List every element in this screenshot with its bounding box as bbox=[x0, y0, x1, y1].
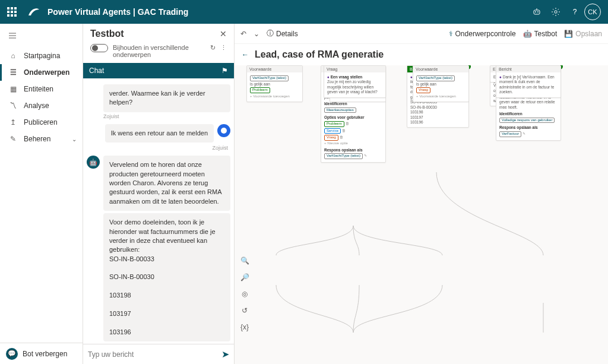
testbot-button[interactable]: 🤖Testbot bbox=[523, 30, 558, 38]
back-icon[interactable]: ← bbox=[242, 50, 249, 59]
nav-label: Onderwerpen bbox=[24, 68, 69, 77]
nav-entiteiten[interactable]: ▦Entiteiten bbox=[0, 81, 83, 97]
topic-check-button[interactable]: ⚕Onderwerpcontrole bbox=[449, 30, 516, 38]
node-condition[interactable]: Voorwaarde VarKlachtType (tekst)is gelij… bbox=[246, 65, 303, 102]
app-launcher-icon[interactable] bbox=[7, 7, 17, 17]
identify-type: Volledige respons van gebruiker bbox=[499, 118, 555, 124]
node-bericht[interactable]: Bericht ● Dank je [x] VarVoornaam. Een m… bbox=[496, 65, 561, 98]
chat-timestamp: Zojuist bbox=[87, 145, 228, 151]
node-cap: Voorwaarde bbox=[416, 67, 438, 71]
nav-beheren[interactable]: ✎Beheren⌄ bbox=[0, 131, 83, 147]
option-chip[interactable]: Probleem bbox=[324, 121, 344, 127]
var-chip: VarFactuur bbox=[499, 131, 521, 137]
app-title: Power Virtual Agents | GAC Trading bbox=[48, 7, 527, 17]
topic-check-label: Onderwerpcontrole bbox=[455, 30, 516, 38]
settings-icon[interactable] bbox=[546, 2, 565, 21]
chat-timestamp: Zojuist bbox=[103, 113, 228, 119]
nav-label: Startpagina bbox=[24, 52, 60, 60]
topic-title: Lead, case of RMA generatie bbox=[255, 49, 384, 60]
nav-analyse[interactable]: 〽Analyse bbox=[0, 97, 83, 114]
option-chip[interactable]: Vraag bbox=[324, 135, 338, 141]
opts-label: Opties voor gebruiker bbox=[324, 115, 382, 120]
testbot-label: Testbot bbox=[534, 30, 558, 38]
publish-icon: ↥ bbox=[8, 118, 18, 127]
send-icon[interactable]: ➤ bbox=[221, 349, 229, 360]
eq-label: is gelijk aan bbox=[250, 82, 270, 86]
node-question[interactable]: Vraag ● Een vraag stellenZou je mij een … bbox=[324, 65, 386, 98]
manage-icon: ✎ bbox=[8, 134, 18, 144]
nav-label: Beheren bbox=[24, 135, 50, 143]
reset-icon[interactable]: ↺ bbox=[239, 305, 250, 316]
save-label: Opslaan bbox=[575, 30, 602, 38]
variables-icon[interactable]: {x} bbox=[239, 322, 250, 333]
chevron-down-icon: ⌄ bbox=[72, 136, 77, 143]
flag-icon[interactable]: ⚑ bbox=[221, 67, 228, 75]
var-chip: VarKlachtType (tekst) bbox=[250, 75, 289, 81]
chevron-down-icon[interactable]: ⌄ bbox=[254, 30, 259, 38]
track-toggle[interactable] bbox=[90, 44, 108, 52]
analytics-icon: 〽 bbox=[8, 101, 18, 110]
saveresp-label: Respons opslaan als bbox=[324, 148, 382, 153]
chat-message-user: Ik wens een retour aan te melden bbox=[105, 124, 214, 143]
option-chip[interactable]: Service bbox=[324, 128, 341, 134]
node-condition[interactable]: Voorwaarde VarKlachtType (tekst)is gelij… bbox=[413, 65, 469, 102]
saveresp-label: Respons opslaan als bbox=[499, 125, 558, 130]
product-logo-icon bbox=[26, 5, 40, 19]
entities-icon: ▦ bbox=[8, 84, 18, 94]
bot-hide-button[interactable]: 💬Bot verbergen bbox=[0, 343, 83, 364]
zoom-in-icon[interactable]: 🔍 bbox=[239, 255, 250, 266]
node-cap: Vraag bbox=[327, 67, 337, 71]
save-button[interactable]: 💾Opslaan bbox=[564, 30, 602, 38]
nav-label: Publiceren bbox=[24, 118, 58, 126]
node-cap: Voorwaarde bbox=[249, 67, 271, 71]
svg-point-4 bbox=[555, 11, 557, 13]
bot-hide-label: Bot verbergen bbox=[23, 350, 67, 358]
bot-avatar-icon: 🤖 bbox=[87, 156, 100, 169]
nav-startpagina[interactable]: ⌂Startpagina bbox=[0, 48, 83, 64]
refresh-icon[interactable]: ↻ bbox=[210, 44, 216, 52]
hamburger-icon[interactable] bbox=[0, 24, 83, 48]
details-button[interactable]: ⓘDetails bbox=[267, 29, 298, 39]
svg-text:?: ? bbox=[573, 8, 577, 16]
node-text: Dank je [x] VarVoornaam. Een moment ik d… bbox=[499, 75, 555, 94]
q-body: Zou je mij een zo volledig mogelijk besc… bbox=[327, 80, 382, 94]
topics-icon: ☰ bbox=[8, 68, 18, 77]
svg-rect-0 bbox=[534, 10, 540, 14]
chat-message-bot: Vervelend om te horen dat onze producten… bbox=[103, 156, 230, 211]
nav-onderwerpen[interactable]: ☰Onderwerpen bbox=[0, 64, 83, 81]
home-icon: ⌂ bbox=[8, 51, 18, 61]
add-cond[interactable]: + Voorwaarde toevoegen bbox=[250, 94, 290, 98]
undo-icon[interactable]: ↶ bbox=[240, 30, 246, 38]
help-icon[interactable]: ? bbox=[565, 2, 584, 21]
user-avatar-icon bbox=[217, 124, 230, 137]
details-label: Details bbox=[276, 30, 298, 38]
add-cond[interactable]: + Voorwaarde toevoegen bbox=[416, 94, 456, 98]
nav-label: Entiteiten bbox=[24, 85, 53, 93]
nav-publiceren[interactable]: ↥Publiceren bbox=[0, 114, 83, 131]
zoom-out-icon[interactable]: 🔎 bbox=[239, 272, 250, 283]
svg-point-2 bbox=[537, 11, 539, 12]
q-title: Een vraag stellen bbox=[331, 75, 362, 79]
svg-point-1 bbox=[535, 11, 536, 12]
user-avatar[interactable]: CK bbox=[584, 4, 601, 20]
bot-circle-icon: 💬 bbox=[6, 348, 18, 360]
nav-label: Analyse bbox=[24, 102, 49, 110]
identify-type: Meerkeuzeopties bbox=[324, 107, 356, 113]
node-cap: Bericht bbox=[499, 67, 512, 71]
close-icon[interactable]: ✕ bbox=[220, 29, 227, 39]
chat-label: Chat bbox=[89, 67, 104, 75]
chat-body: verder. Waarmee kan ik je verder helpen?… bbox=[83, 78, 234, 344]
fit-icon[interactable]: ◎ bbox=[239, 289, 250, 299]
var-chip: VarKlachtType (tekst) bbox=[416, 75, 455, 81]
eq-label: is gelijk aan bbox=[416, 82, 436, 86]
var-chip: VarKlachtType (tekst) bbox=[324, 153, 363, 159]
chat-message-bot: Voor demo doeleinden, toon ik je hierond… bbox=[103, 213, 230, 341]
more-icon[interactable]: ⋮ bbox=[220, 44, 227, 52]
chat-input[interactable] bbox=[88, 350, 217, 359]
identify-label: Identificeren bbox=[324, 102, 382, 106]
track-label: Bijhouden in verschillende onderwerpen bbox=[113, 44, 205, 58]
identify-label: Identificeren bbox=[499, 112, 558, 116]
bot-icon[interactable] bbox=[527, 2, 546, 21]
val-chip: Vraag bbox=[416, 87, 430, 93]
new-option[interactable]: + Nieuwe optie bbox=[324, 141, 382, 146]
